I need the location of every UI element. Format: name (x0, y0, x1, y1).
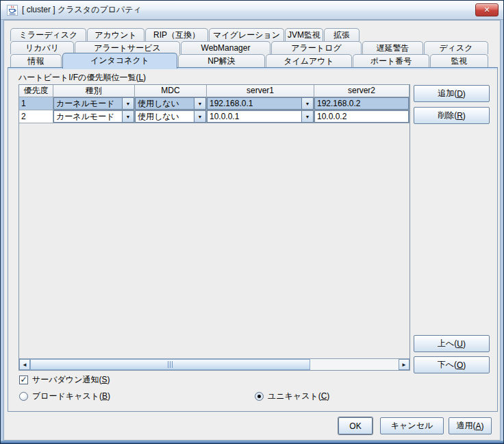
cell-server2: 10.0.0.2 (314, 110, 410, 123)
tab-row-3: 情報 インタコネクト NP解決 タイムアウト ポート番号 監視 (10, 54, 488, 67)
unicast-radio[interactable]: ユニキャスト(C) (255, 391, 329, 402)
radio-label: ブロードキャスト(B) (32, 391, 110, 402)
mdc-combobox[interactable]: 使用しない ▼ (135, 110, 206, 123)
combo-value: 使用しない (136, 111, 194, 122)
table-header-row: 優先度 種別 MDC server1 server2 (19, 85, 410, 97)
col-header-type[interactable]: 種別 (53, 85, 135, 97)
cell-type: カーネルモード ▼ (53, 110, 135, 123)
col-header-mdc[interactable]: MDC (135, 85, 207, 97)
tab-row-1: ミラーディスク アカウント RIP（互換） マイグレーション JVM監視 拡張 (10, 28, 360, 41)
tab-alert-log[interactable]: アラートログ (271, 41, 362, 54)
tab-jvm-monitor[interactable]: JVM監視 (285, 28, 323, 41)
cell-server2: 192.168.0.2 (314, 97, 410, 110)
heartbeat-list-label: ハートビートI/Fの優先順位一覧(L) (18, 72, 146, 84)
horizontal-scrollbar[interactable]: ◄ ► (19, 358, 410, 370)
chevron-down-icon[interactable]: ▼ (194, 111, 205, 122)
cell-priority[interactable]: 2 (19, 110, 53, 123)
checkbox-label: サーバダウン通知(S) (32, 374, 110, 386)
cluster-properties-dialog: [ cluster ] クラスタのプロパティ ✕ ミラーディスク アカウント R… (0, 0, 504, 444)
broadcast-radio[interactable]: ブロードキャスト(B) (19, 391, 110, 402)
scroll-left-icon: ◄ (22, 362, 27, 368)
checkbox-box[interactable]: ✓ (19, 375, 28, 384)
server2-field[interactable]: 192.168.0.2 (314, 97, 409, 110)
close-icon: ✕ (483, 5, 490, 14)
move-up-button[interactable]: 上へ(U) (414, 335, 490, 352)
cell-priority[interactable]: 1 (19, 97, 53, 110)
tab-info[interactable]: 情報 (10, 54, 62, 67)
check-icon: ✓ (20, 375, 27, 384)
tab-monitor[interactable]: 監視 (430, 54, 488, 67)
table-row[interactable]: 1 カーネルモード ▼ 使用しない ▼ (19, 97, 410, 110)
tab-interconnect[interactable]: インタコネクト (62, 53, 177, 69)
server1-combobox[interactable]: 10.0.0.1 ▼ (207, 110, 314, 123)
combo-value: 使用しない (136, 98, 194, 109)
server-down-notify-checkbox[interactable]: ✓ サーバダウン通知(S) (19, 374, 110, 386)
combo-value: 192.168.0.1 (207, 98, 301, 109)
apply-button[interactable]: 適用(A) (449, 417, 492, 434)
scrollbar-grip-icon (168, 361, 173, 368)
tab-rip-compat[interactable]: RIP（互換） (145, 28, 208, 41)
scrollbar-track[interactable] (30, 359, 399, 370)
cell-mdc: 使用しない ▼ (135, 110, 207, 123)
combo-value: カーネルモード (54, 98, 122, 109)
window-title: [ cluster ] クラスタのプロパティ (22, 4, 142, 16)
tab-timeout[interactable]: タイムアウト (266, 54, 352, 67)
col-header-server1[interactable]: server1 (207, 85, 314, 97)
java-app-icon (7, 5, 18, 16)
radio-label: ユニキャスト(C) (268, 391, 329, 402)
scroll-left-button[interactable]: ◄ (19, 359, 30, 370)
type-combobox[interactable]: カーネルモード ▼ (53, 97, 134, 110)
chevron-down-icon[interactable]: ▼ (194, 98, 205, 109)
tab-np-resolution[interactable]: NP解決 (178, 54, 265, 67)
chevron-down-icon[interactable]: ▼ (122, 98, 134, 109)
tab-webmanager[interactable]: WebManager (181, 41, 270, 54)
heartbeat-table: 優先度 種別 MDC server1 server2 1 カーネルモード ▼ (18, 84, 410, 371)
cancel-button[interactable]: キャンセル (380, 417, 444, 434)
col-header-server2[interactable]: server2 (314, 85, 410, 97)
type-combobox[interactable]: カーネルモード ▼ (53, 110, 134, 123)
combo-value: 10.0.0.1 (207, 111, 301, 122)
scrollbar-thumb[interactable] (30, 359, 310, 370)
remove-button[interactable]: 削除(R) (414, 107, 490, 124)
add-button[interactable]: 追加(D) (414, 85, 490, 102)
cell-mdc: 使用しない ▼ (135, 97, 207, 110)
cell-type: カーネルモード ▼ (53, 97, 135, 110)
tab-migration[interactable]: マイグレーション (209, 28, 284, 41)
tab-delay-warning[interactable]: 遅延警告 (362, 41, 423, 54)
tab-disk[interactable]: ディスク (424, 41, 488, 54)
radio-circle-icon[interactable] (255, 392, 264, 401)
tab-account[interactable]: アカウント (87, 28, 144, 41)
move-down-button[interactable]: 下へ(O) (414, 356, 490, 373)
tab-mirror-disk[interactable]: ミラーディスク (10, 28, 86, 41)
table-row[interactable]: 2 カーネルモード ▼ 使用しない ▼ (19, 110, 410, 123)
scroll-right-button[interactable]: ► (399, 359, 410, 370)
radio-circle-icon[interactable] (19, 392, 28, 401)
scroll-right-icon: ► (401, 362, 407, 368)
col-header-priority[interactable]: 優先度 (19, 85, 53, 97)
titlebar[interactable]: [ cluster ] クラスタのプロパティ ✕ (1, 1, 503, 20)
ok-button[interactable]: OK (338, 417, 373, 434)
tab-extension[interactable]: 拡張 (324, 28, 360, 41)
chevron-down-icon[interactable]: ▼ (301, 98, 313, 109)
server2-field[interactable]: 10.0.0.2 (314, 110, 409, 123)
chevron-down-icon[interactable]: ▼ (122, 111, 134, 122)
close-button[interactable]: ✕ (475, 3, 499, 16)
interconnect-panel: ハートビートI/Fの優先順位一覧(L) 優先度 種別 MDC server1 s… (8, 67, 498, 412)
dialog-body: ミラーディスク アカウント RIP（互換） マイグレーション JVM監視 拡張 … (3, 20, 501, 441)
window-frame-bottom (1, 441, 503, 443)
cell-server1: 10.0.0.1 ▼ (207, 110, 314, 123)
mdc-combobox[interactable]: 使用しない ▼ (135, 97, 206, 110)
chevron-down-icon[interactable]: ▼ (301, 111, 313, 122)
tab-port-number[interactable]: ポート番号 (353, 54, 429, 67)
combo-value: カーネルモード (54, 111, 122, 122)
server1-combobox[interactable]: 192.168.0.1 ▼ (207, 97, 314, 110)
cell-server1: 192.168.0.1 ▼ (207, 97, 314, 110)
